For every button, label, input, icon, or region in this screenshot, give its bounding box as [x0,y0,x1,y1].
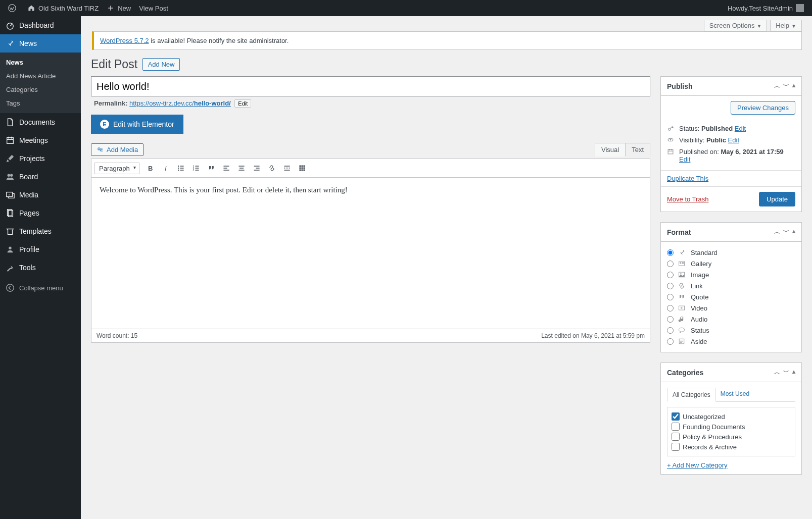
view-post-link[interactable]: View Post [135,0,172,16]
admin-bar: Old Sixth Ward TIRZ New View Post Howdy,… [0,0,812,16]
howdy-prefix: Howdy, [728,5,749,12]
wordpress-icon [8,4,16,12]
home-icon [27,4,35,12]
user-name: Test SiteAdmin [749,5,793,12]
new-content-link[interactable]: New [103,0,135,16]
wp-logo[interactable] [4,0,23,16]
plus-icon [107,4,115,12]
site-name-link[interactable]: Old Sixth Ward TIRZ [23,0,103,16]
howdy-account[interactable]: Howdy, Test SiteAdmin [724,0,808,16]
new-label: New [118,5,131,12]
site-name-text: Old Sixth Ward TIRZ [38,5,99,12]
avatar-icon [796,4,804,12]
svg-point-0 [9,5,16,12]
